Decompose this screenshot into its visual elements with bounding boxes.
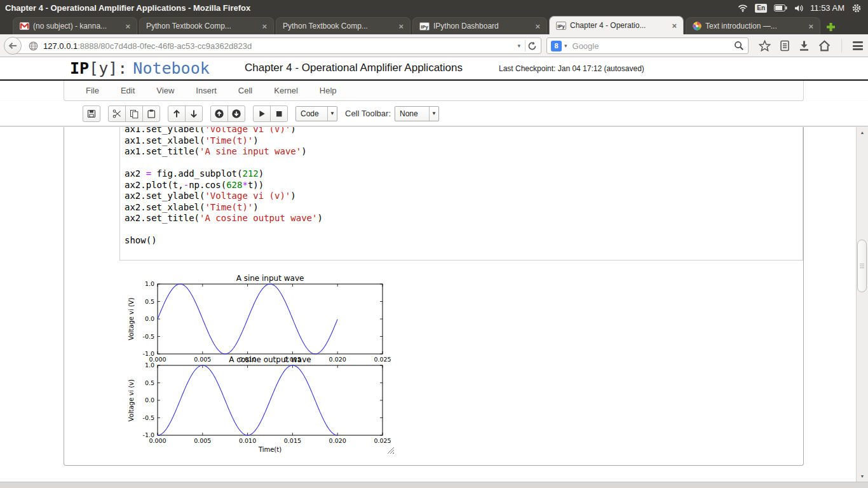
move-up-button[interactable] <box>168 105 186 122</box>
wifi-icon[interactable] <box>738 4 748 12</box>
svg-text:-1.0: -1.0 <box>142 431 154 438</box>
keyboard-layout-indicator[interactable]: En <box>755 4 767 13</box>
svg-text:0.010: 0.010 <box>239 437 256 444</box>
clock[interactable]: 11:53 AM <box>810 3 844 13</box>
scrollbar-thumb[interactable] <box>857 240 867 292</box>
search-engine-dropdown-icon[interactable]: ▾ <box>562 43 570 49</box>
move-down-icon <box>189 109 199 119</box>
gear-icon[interactable] <box>851 3 862 13</box>
menu-edit[interactable]: Edit <box>114 82 141 99</box>
code-text[interactable]: ax1.set_ylabel('Voltage vi (V)')ax1.set_… <box>120 127 803 247</box>
scroll-down-icon[interactable]: ▼ <box>857 471 868 482</box>
menu-help[interactable]: Help <box>313 82 343 99</box>
notebook-header: IP[y]:Notebook Chapter 4 - Operational A… <box>0 57 868 79</box>
menu-view[interactable]: View <box>150 82 180 99</box>
menu-file[interactable]: File <box>79 82 105 99</box>
bookmark-star-icon[interactable] <box>759 40 771 51</box>
svg-text:0.5: 0.5 <box>145 379 154 386</box>
copy-button[interactable] <box>125 105 143 122</box>
svg-text:-0.5: -0.5 <box>142 333 154 340</box>
bookmarks-list-icon[interactable] <box>780 40 790 51</box>
cell-type-select[interactable]: Code ▼ <box>295 106 337 121</box>
reload-icon[interactable] <box>527 41 541 51</box>
move-up-icon <box>172 109 182 119</box>
cell-toolbar-select[interactable]: None ▼ <box>395 106 439 121</box>
cut-icon <box>112 109 122 119</box>
browser-tab-1[interactable]: (no subject) - kanna...× <box>13 17 137 34</box>
cut-button[interactable] <box>108 105 126 122</box>
menu-insert[interactable]: Insert <box>189 82 223 99</box>
checkpoint-status: Last Checkpoint: Jan 04 17:12 (autosaved… <box>499 64 644 73</box>
save-button[interactable] <box>83 105 100 122</box>
menu-kernel[interactable]: Kernel <box>268 82 304 99</box>
cell-output-figure: A sine input wave0.0000.0050.0100.0150.0… <box>125 273 391 456</box>
site-identity-globe-icon[interactable] <box>29 41 38 51</box>
vertical-scrollbar[interactable]: ▲ ▼ <box>856 127 868 482</box>
browser-tab-4[interactable]: IPyIPython Dashboard× <box>412 17 547 34</box>
tab-title: Python Textbook Comp... <box>146 22 257 30</box>
notebook-menubar: FileEditViewInsertCellKernelHelp <box>64 81 804 101</box>
bottom-scrollbar-track[interactable] <box>0 482 868 488</box>
search-icon[interactable] <box>734 41 744 51</box>
tab-title: Text introduction —... <box>705 22 803 30</box>
browser-tab-3[interactable]: Python Textbook Comp...× <box>276 17 410 34</box>
tab-title: (no subject) - kanna... <box>33 22 120 30</box>
run-button[interactable] <box>253 105 271 122</box>
search-bar[interactable]: 8 ▾ <box>546 37 749 54</box>
insert-below-button[interactable] <box>227 105 245 122</box>
back-button[interactable] <box>4 37 22 55</box>
code-cell-input[interactable]: ax1.set_ylabel('Voltage vi (V)')ax1.set_… <box>119 127 803 261</box>
svg-text:0.005: 0.005 <box>194 437 211 444</box>
stop-button[interactable] <box>270 105 288 122</box>
tab-close-icon[interactable]: × <box>261 22 268 30</box>
svg-text:0.025: 0.025 <box>374 356 391 363</box>
move-down-button[interactable] <box>185 105 203 122</box>
new-tab-button[interactable] <box>826 22 836 32</box>
svg-text:IPy: IPy <box>421 24 428 29</box>
svg-text:-0.5: -0.5 <box>142 414 154 421</box>
browser-tab-2[interactable]: Python Textbook Comp...× <box>139 17 274 34</box>
ipython-logo[interactable]: IP[y]:Notebook <box>70 59 210 78</box>
svg-text:A sine input wave: A sine input wave <box>236 274 304 283</box>
tab-close-icon[interactable]: × <box>534 22 541 30</box>
screen: Chapter 4 - Operational Amplifier Applic… <box>0 0 868 488</box>
notebook-content: ax1.set_ylabel('Voltage vi (V)')ax1.set_… <box>0 127 868 479</box>
tab-close-icon[interactable]: × <box>397 22 405 30</box>
search-engine-icon[interactable]: 8 <box>551 41 562 51</box>
search-input[interactable] <box>573 41 734 51</box>
url-bar[interactable]: 127.0.0.1:8888/80c7d4d8-0fec-46f8-ac53-c… <box>15 37 541 54</box>
ipython-icon: IPy <box>419 22 430 30</box>
chevron-down-icon: ▼ <box>429 107 438 121</box>
tab-close-icon[interactable]: × <box>670 22 678 30</box>
url-text[interactable]: 127.0.0.1:8888/80c7d4d8-0fec-46f8-ac53-c… <box>43 41 515 51</box>
battery-icon[interactable] <box>774 4 787 11</box>
svg-text:0.0: 0.0 <box>145 396 154 403</box>
insert-above-button[interactable] <box>210 105 228 122</box>
notebook-title[interactable]: Chapter 4 - Operational Amplifier Applic… <box>245 62 463 74</box>
chevron-down-icon: ▼ <box>327 107 337 121</box>
svg-text:0.015: 0.015 <box>284 437 301 444</box>
svg-text:IPy: IPy <box>557 23 565 29</box>
svg-text:Voltage vi (v): Voltage vi (v) <box>128 379 135 421</box>
tab-close-icon[interactable]: × <box>807 22 815 30</box>
run-icon <box>257 109 267 119</box>
menu-cell[interactable]: Cell <box>232 82 259 99</box>
browser-tab-5[interactable]: IPyChapter 4 - Operatio...× <box>549 16 684 34</box>
browser-tab-6[interactable]: Text introduction —...× <box>686 17 820 34</box>
browser-navbar: 127.0.0.1:8888/80c7d4d8-0fec-46f8-ac53-c… <box>0 34 868 57</box>
url-dropdown-icon[interactable]: ▾ <box>515 43 523 49</box>
tab-close-icon[interactable]: × <box>124 22 132 30</box>
paste-button[interactable] <box>142 105 160 122</box>
home-icon[interactable] <box>818 40 831 51</box>
svg-text:A cosine output wave: A cosine output wave <box>229 355 311 364</box>
scroll-up-icon[interactable]: ▲ <box>857 127 868 138</box>
stop-icon <box>274 109 284 119</box>
notebook-toolbar: Code ▼ Cell Toolbar: None ▼ <box>0 101 868 126</box>
tab-title: IPython Dashboard <box>433 22 530 30</box>
code-cell[interactable]: ax1.set_ylabel('Voltage vi (V)')ax1.set_… <box>64 127 804 466</box>
copy-icon <box>129 109 139 119</box>
downloads-icon[interactable] <box>799 40 810 51</box>
menu-hamburger-icon[interactable] <box>853 40 863 52</box>
svg-text:0.0: 0.0 <box>145 315 154 322</box>
volume-icon[interactable] <box>794 4 803 12</box>
